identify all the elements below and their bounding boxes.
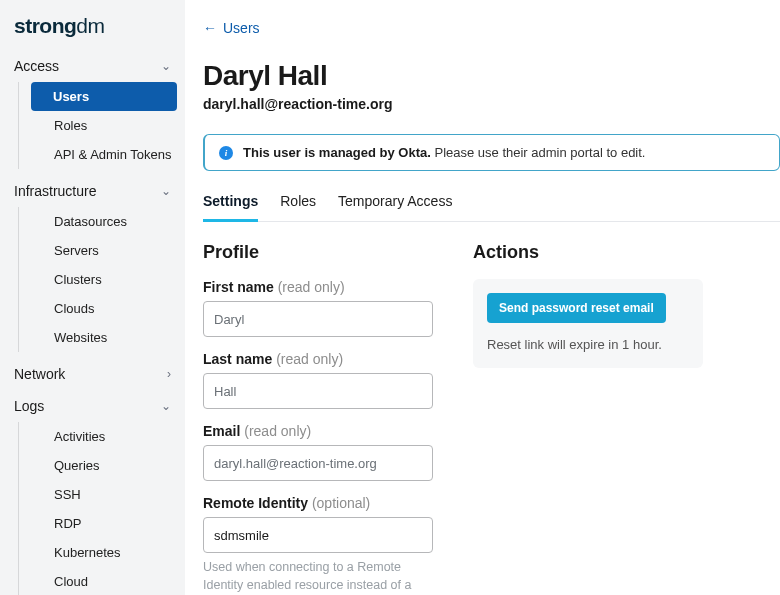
actions-heading: Actions [473,242,703,263]
sidebar-item-ssh[interactable]: SSH [42,480,185,509]
arrow-left-icon: ← [203,20,217,36]
managed-by-alert: This user is managed by Okta. Please use… [203,134,780,171]
nav-section-infrastructure[interactable]: Infrastructure⌄ [0,175,185,207]
actions-card: Send password reset email Reset link wil… [473,279,703,368]
back-label: Users [223,20,260,36]
alert-lead: This user is managed by Okta. [243,145,431,160]
remote-identity-label: Remote Identity (optional) [203,495,433,511]
back-to-users-link[interactable]: ← Users [203,20,260,36]
nav-section-label: Infrastructure [14,183,96,199]
tabs: SettingsRolesTemporary Access [203,193,780,222]
chevron-down-icon: ⌄ [161,59,171,73]
send-password-reset-button[interactable]: Send password reset email [487,293,666,323]
reset-note: Reset link will expire in 1 hour. [487,337,689,352]
first-name-input [203,301,433,337]
main: ← Users Daryl Hall daryl.hall@reaction-t… [185,0,780,595]
nav-items: UsersRolesAPI & Admin Tokens [18,82,185,169]
nav-section-logs[interactable]: Logs⌄ [0,390,185,422]
sidebar-item-cloud[interactable]: Cloud [42,567,185,595]
profile-heading: Profile [203,242,433,263]
alert-rest: Please use their admin portal to edit. [434,145,645,160]
sidebar-item-activities[interactable]: Activities [42,422,185,451]
nav: Access⌄UsersRolesAPI & Admin TokensInfra… [0,50,185,595]
first-name-field: First name (read only) [203,279,433,337]
sidebar-item-api-admin-tokens[interactable]: API & Admin Tokens [42,140,185,169]
brand-logo: strongdm [0,0,185,50]
last-name-label: Last name (read only) [203,351,433,367]
sidebar-item-clusters[interactable]: Clusters [42,265,185,294]
tab-temporary-access[interactable]: Temporary Access [338,193,452,222]
remote-identity-field: Remote Identity (optional) Used when con… [203,495,433,595]
sidebar-item-rdp[interactable]: RDP [42,509,185,538]
sidebar-item-queries[interactable]: Queries [42,451,185,480]
sidebar-item-kubernetes[interactable]: Kubernetes [42,538,185,567]
nav-section-label: Logs [14,398,44,414]
email-field: Email (read only) [203,423,433,481]
first-name-label: First name (read only) [203,279,433,295]
chevron-down-icon: › [167,367,171,381]
chevron-down-icon: ⌄ [161,399,171,413]
sidebar-item-datasources[interactable]: Datasources [42,207,185,236]
nav-section-access[interactable]: Access⌄ [0,50,185,82]
last-name-input [203,373,433,409]
info-icon [219,146,233,160]
nav-items: ActivitiesQueriesSSHRDPKubernetesCloudWe… [18,422,185,595]
sidebar-item-users[interactable]: Users [31,82,177,111]
sidebar-item-roles[interactable]: Roles [42,111,185,140]
last-name-field: Last name (read only) [203,351,433,409]
sidebar: strongdm Access⌄UsersRolesAPI & Admin To… [0,0,185,595]
sidebar-item-servers[interactable]: Servers [42,236,185,265]
remote-identity-helper: Used when connecting to a Remote Identit… [203,559,433,595]
tab-roles[interactable]: Roles [280,193,316,222]
nav-section-label: Access [14,58,59,74]
chevron-down-icon: ⌄ [161,184,171,198]
profile-column: Profile First name (read only) Last name… [203,242,433,595]
user-email: daryl.hall@reaction-time.org [203,96,780,112]
remote-identity-input[interactable] [203,517,433,553]
nav-section-network[interactable]: Network› [0,358,185,390]
email-label: Email (read only) [203,423,433,439]
sidebar-item-clouds[interactable]: Clouds [42,294,185,323]
nav-section-label: Network [14,366,65,382]
nav-items: DatasourcesServersClustersCloudsWebsites [18,207,185,352]
email-input [203,445,433,481]
tab-settings[interactable]: Settings [203,193,258,222]
actions-column: Actions Send password reset email Reset … [473,242,703,595]
sidebar-item-websites[interactable]: Websites [42,323,185,352]
page-title: Daryl Hall [203,60,780,92]
